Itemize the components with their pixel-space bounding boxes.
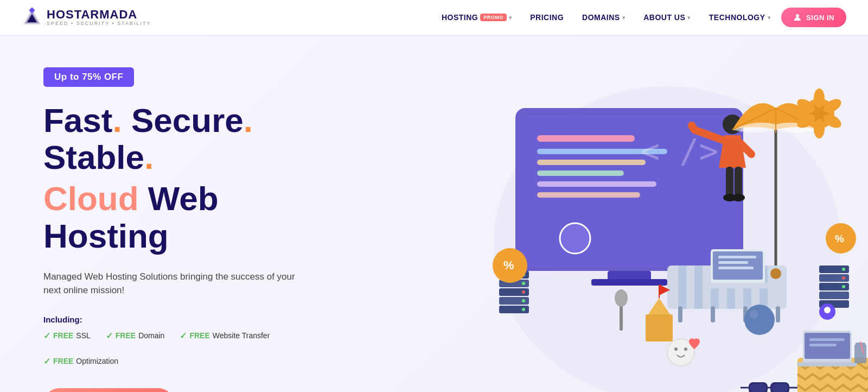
signin-label: SIGN IN (806, 14, 834, 22)
feature-ssl: ✓ FREE SSL (43, 331, 91, 341)
hero-content: Up to 75% OFF Fast. Secure. Stable. Clou… (0, 35, 353, 392)
svg-rect-19 (591, 279, 667, 286)
svg-rect-22 (735, 167, 742, 197)
svg-point-103 (770, 268, 781, 279)
hero-section: Up to 75% OFF Fast. Secure. Stable. Clou… (0, 35, 868, 392)
cloud-text: Cloud (43, 180, 139, 217)
svg-rect-45 (711, 306, 715, 323)
svg-point-70 (842, 276, 845, 280)
nav-pricing-label: PRICING (530, 13, 564, 22)
svg-rect-53 (718, 267, 754, 269)
feature-optimization-text: Optimization (76, 357, 118, 365)
nav-about[interactable]: ABOUT US ▾ (636, 9, 698, 26)
plans-pricing-button[interactable]: Plans & Pricing (43, 388, 174, 392)
svg-rect-3 (29, 7, 35, 13)
feature-domain-text: Domain (138, 331, 164, 340)
features-row: ✓ FREE SSL ✓ FREE Domain ✓ FREE Website … (43, 331, 353, 366)
svg-point-84 (684, 347, 687, 351)
svg-rect-49 (713, 251, 763, 280)
logo-icon (22, 7, 42, 28)
svg-rect-21 (726, 167, 733, 197)
svg-rect-39 (694, 265, 703, 309)
svg-rect-52 (718, 261, 748, 264)
svg-rect-38 (678, 265, 686, 309)
chevron-down-icon: ▾ (768, 15, 771, 21)
hero-title-line2: Cloud Web Hosting (43, 180, 353, 254)
svg-point-78 (744, 305, 775, 335)
svg-rect-10 (537, 135, 635, 142)
svg-point-60 (522, 282, 525, 285)
check-icon: ✓ (43, 356, 50, 366)
header: HOSTARMADA SPEED • SECURITY • STABILITY … (0, 0, 868, 35)
svg-rect-14 (537, 181, 656, 187)
nav-pricing[interactable]: PRICING (522, 9, 571, 26)
svg-rect-50 (705, 283, 770, 288)
svg-rect-100 (854, 344, 866, 363)
svg-rect-93 (772, 384, 788, 392)
chevron-down-icon: ▾ (687, 15, 691, 21)
svg-point-63 (522, 308, 525, 311)
svg-rect-97 (797, 362, 857, 366)
svg-point-61 (522, 290, 525, 294)
including-label: Including: (43, 315, 353, 324)
svg-rect-98 (809, 338, 845, 341)
free-label-ssl: FREE (53, 331, 73, 340)
svg-point-81 (615, 289, 628, 307)
feature-ssl-text: SSL (76, 331, 90, 340)
check-icon: ✓ (106, 331, 113, 341)
svg-point-69 (842, 268, 845, 271)
svg-rect-13 (537, 170, 624, 176)
discount-badge: Up to 75% OFF (43, 67, 134, 87)
feature-transfer-text: Website Transfer (213, 331, 270, 340)
svg-point-83 (674, 347, 678, 351)
check-icon: ✓ (43, 331, 50, 341)
svg-rect-67 (819, 292, 849, 299)
free-label-domain: FREE (116, 331, 136, 340)
svg-rect-15 (537, 192, 640, 198)
nav-hosting-label: HOSTING (442, 13, 478, 22)
svg-rect-76 (646, 314, 673, 342)
svg-point-31 (814, 88, 825, 108)
svg-rect-44 (678, 306, 682, 323)
svg-point-79 (750, 310, 758, 319)
hero-illustration: < /> (353, 65, 868, 392)
svg-point-86 (824, 307, 831, 313)
hero-subtitle: Managed Web Hosting Solutions bringing t… (43, 270, 315, 298)
signin-button[interactable]: SIGN IN (781, 8, 846, 27)
logo-text: HOSTARMADA SPEED • SECURITY • STABILITY (47, 9, 151, 26)
svg-text:%: % (835, 233, 844, 244)
nav-about-label: ABOUT US (643, 13, 685, 22)
logo[interactable]: HOSTARMADA SPEED • SECURITY • STABILITY (22, 7, 151, 28)
svg-rect-99 (809, 344, 837, 346)
free-label-transfer: FREE (189, 331, 209, 340)
feature-domain: ✓ FREE Domain (106, 331, 165, 341)
svg-rect-92 (750, 384, 766, 392)
svg-rect-12 (537, 160, 646, 165)
feature-optimization: ✓ FREE Optimization (43, 356, 118, 366)
logo-name: HOSTARMADA (47, 9, 151, 21)
check-icon: ✓ (180, 331, 187, 341)
logo-tagline: SPEED • SECURITY • STABILITY (47, 21, 151, 26)
svg-rect-47 (776, 306, 780, 323)
svg-rect-51 (718, 256, 756, 258)
nav-domains[interactable]: DOMAINS ▾ (575, 9, 633, 26)
svg-point-62 (522, 299, 525, 302)
svg-text:%: % (503, 258, 514, 272)
main-nav: HOSTING PROMO ▾ PRICING DOMAINS ▾ ABOUT … (434, 8, 846, 27)
feature-transfer: ✓ FREE Website Transfer (180, 331, 270, 341)
free-label-optimization: FREE (53, 357, 73, 365)
nav-domains-label: DOMAINS (582, 13, 620, 22)
svg-point-24 (732, 194, 745, 201)
nav-hosting[interactable]: HOSTING PROMO ▾ (434, 9, 519, 26)
signin-icon (793, 13, 802, 22)
svg-point-71 (842, 285, 845, 288)
nav-technology[interactable]: TECHNOLOGY ▾ (701, 9, 778, 26)
promo-badge: PROMO (480, 14, 507, 21)
svg-point-34 (814, 119, 825, 138)
svg-point-4 (796, 14, 799, 17)
nav-technology-label: TECHNOLOGY (709, 13, 765, 22)
chevron-down-icon: ▾ (622, 15, 626, 21)
chevron-down-icon: ▾ (509, 15, 512, 21)
hero-title-line1: Fast. Secure. Stable. (43, 102, 353, 176)
svg-point-17 (560, 223, 590, 254)
